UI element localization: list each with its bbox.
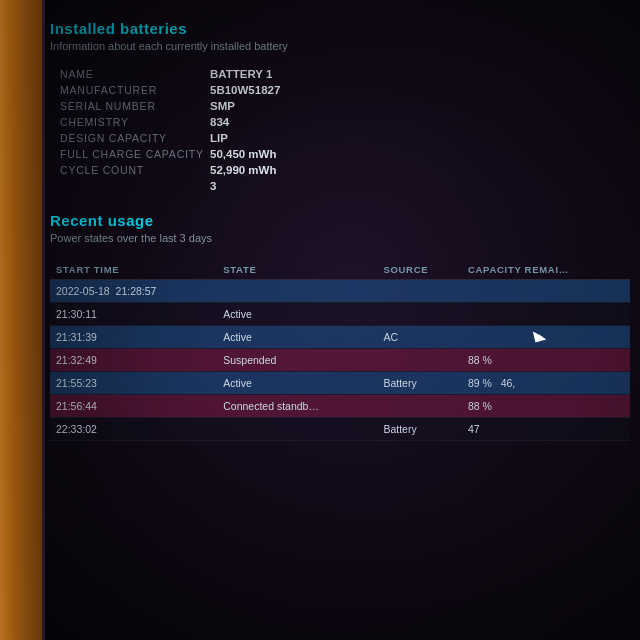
screen-background: Installed batteries Information about ea… — [0, 0, 640, 640]
cell-capacity — [462, 303, 630, 326]
usage-table: START TIME STATE SOURCE CAPACITY REMAI… … — [50, 260, 630, 441]
cell-capacity: 47 — [462, 418, 630, 441]
cell-source — [377, 395, 462, 418]
installed-batteries-title: Installed batteries — [50, 20, 630, 37]
field-label-full-charge: FULL CHARGE CAPACITY — [50, 148, 210, 160]
table-row: 22:33:02 Battery 47 — [50, 418, 630, 441]
field-value-design-capacity: LIP — [210, 132, 630, 144]
cell-state: Active — [217, 372, 377, 395]
field-value-chemistry: 834 — [210, 116, 630, 128]
cell-source: AC — [377, 326, 462, 349]
recent-usage-subtitle: Power states over the last 3 days — [50, 232, 630, 244]
cell-source — [377, 280, 462, 303]
battery-info-table: NAME BATTERY 1 MANUFACTURER 5B10W51827 S… — [50, 68, 630, 192]
cell-state: Connected standb… — [217, 395, 377, 418]
cell-state: Suspended — [217, 349, 377, 372]
installed-batteries-subtitle: Information about each currently install… — [50, 40, 630, 52]
field-label-name: NAME — [50, 68, 210, 80]
cell-state: Active — [217, 303, 377, 326]
cell-capacity: 88 % — [462, 395, 630, 418]
cell-state — [217, 418, 377, 441]
cell-source — [377, 303, 462, 326]
wood-edge — [0, 0, 45, 640]
installed-batteries-section: Installed batteries Information about ea… — [50, 20, 630, 192]
field-label-serial: SERIAL NUMBER — [50, 100, 210, 112]
cell-capacity — [462, 280, 630, 303]
cell-state: Active — [217, 326, 377, 349]
field-value-serial: SMP — [210, 100, 630, 112]
cell-start-time: 22:33:02 — [50, 418, 217, 441]
field-label-chemistry: CHEMISTRY — [50, 116, 210, 128]
col-header-source: SOURCE — [377, 260, 462, 280]
table-row: 21:56:44 Connected standb… 88 % — [50, 395, 630, 418]
cell-start-time: 21:30:11 — [50, 303, 217, 326]
field-value-name: BATTERY 1 — [210, 68, 630, 80]
col-header-state: STATE — [217, 260, 377, 280]
field-value-extra: 3 — [210, 180, 630, 192]
cell-source — [377, 349, 462, 372]
cell-start-time: 21:55:23 — [50, 372, 217, 395]
field-value-full-charge: 50,450 mWh — [210, 148, 630, 160]
table-row: 21:30:11 Active — [50, 303, 630, 326]
field-label-manufacturer: MANUFACTURER — [50, 84, 210, 96]
table-row: 21:32:49 Suspended 88 % — [50, 349, 630, 372]
recent-usage-section: Recent usage Power states over the last … — [50, 212, 630, 441]
screen-content: Installed batteries Information about ea… — [50, 20, 630, 620]
table-row: 21:55:23 Active Battery 89 % 46, — [50, 372, 630, 395]
table-row: 2022-05-18 21:28:57 — [50, 280, 630, 303]
cell-start-time: 21:32:49 — [50, 349, 217, 372]
cell-capacity: 88 % — [462, 349, 630, 372]
table-header-row: START TIME STATE SOURCE CAPACITY REMAI… — [50, 260, 630, 280]
field-value-manufacturer: 5B10W51827 — [210, 84, 630, 96]
cell-state — [217, 280, 377, 303]
cell-start-time: 21:56:44 — [50, 395, 217, 418]
field-label-cycle-count: CYCLE COUNT — [50, 164, 210, 176]
col-header-start-time: START TIME — [50, 260, 217, 280]
col-header-capacity: CAPACITY REMAI… — [462, 260, 630, 280]
cell-start-time: 2022-05-18 21:28:57 — [50, 280, 217, 303]
cell-source: Battery — [377, 418, 462, 441]
cell-capacity: 89 % 46, — [462, 372, 630, 395]
recent-usage-title: Recent usage — [50, 212, 630, 229]
cell-source: Battery — [377, 372, 462, 395]
cell-capacity — [462, 326, 630, 349]
field-label-design-capacity: DESIGN CAPACITY — [50, 132, 210, 144]
field-value-cycle-count: 52,990 mWh — [210, 164, 630, 176]
cell-start-time: 21:31:39 — [50, 326, 217, 349]
